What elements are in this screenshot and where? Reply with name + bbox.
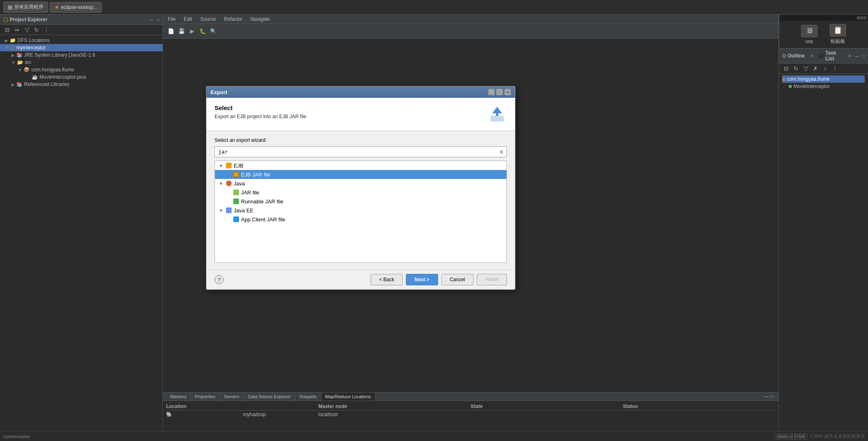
dialog-close-btn[interactable]: ✕ <box>504 89 511 95</box>
bottom-table-row[interactable]: 🐘 myhadoop localhost <box>166 410 775 419</box>
row-state <box>471 412 623 417</box>
bottom-panel-minimize[interactable]: — <box>764 394 769 399</box>
tree-item-runnable-jar[interactable]: Runnable JAR file <box>215 197 506 206</box>
dialog-cancel-btn[interactable]: Cancel <box>441 274 473 285</box>
dialog-header-section: Select Export an EJB project into an EJB… <box>206 98 515 131</box>
tree-item-src[interactable]: ▼ 📂 src <box>0 59 162 66</box>
dialog-header-desc: Export an EJB project into an EJB JAR fi… <box>215 114 306 119</box>
taskbar-eclipse[interactable]: ☀ eclipse-worksp... <box>50 2 102 13</box>
toolbar-search[interactable]: 🔍 <box>208 26 218 36</box>
outline-item-movie-interceptor[interactable]: MovieInterceptor <box>782 83 865 90</box>
grid-icon: ⊞ <box>8 4 13 11</box>
svg-rect-0 <box>491 116 504 121</box>
javaee-category-icon <box>226 207 232 214</box>
runjar-item-icon <box>233 198 239 205</box>
tree-item-ref-libs[interactable]: ▶ 📚 Referenced Libraries <box>0 81 162 88</box>
collapse-all-btn[interactable]: ⊟ <box>3 26 11 34</box>
bottom-panel-maximize[interactable]: □ <box>771 394 774 399</box>
status-project: myinterceptor <box>3 434 771 439</box>
vnc-item-clipboard[interactable]: 📋 粘贴板 <box>830 24 846 45</box>
vnc-item-vnc[interactable]: 🖥 vnc <box>801 25 818 44</box>
outline-header: ⊟ Outline ✕ ☑ Task List ✕ — □ <box>779 49 868 64</box>
outline-filter-btn[interactable]: ▽ <box>802 64 810 73</box>
class-outline-icon <box>789 85 792 88</box>
tree-item-app-client-jar[interactable]: App Client JAR file <box>215 215 506 224</box>
dialog-finish-btn[interactable]: Finish <box>477 274 507 285</box>
project-explorer-header: ⬡ Project Explorer — □ <box>0 15 162 25</box>
tree-item-myinterceptor[interactable]: ▼ ⬡ myinterceptor <box>0 44 162 51</box>
panel-maximize[interactable]: □ <box>157 18 159 22</box>
dialog-titlebar: Export _ □ ✕ <box>206 86 515 98</box>
outline-more-btn[interactable]: ⋮ <box>831 64 839 73</box>
tab-mapreduce[interactable]: Map/Reduce Locations <box>321 392 376 401</box>
menu-source[interactable]: Source <box>199 15 217 23</box>
tasklist-x: ✕ <box>848 53 852 59</box>
dialog-search-clear-btn[interactable]: ✕ <box>497 147 506 157</box>
tab-data-source[interactable]: Data Source Explorer <box>244 392 295 401</box>
menu-edit[interactable]: Edit <box>182 15 194 23</box>
tree-item-dfs-locations[interactable]: ▶ 📁 DFS Locations <box>0 37 162 44</box>
tree-item-java-file[interactable]: ☕ MovieInterceptor.java <box>0 73 162 81</box>
tree-item-jre[interactable]: ▶ 📚 JRE System Library [JavaSE-1.8 <box>0 51 162 59</box>
runjar-spacer <box>226 198 231 204</box>
vnc-area: ⊞⊞⊞ 🖥 vnc 📋 粘贴板 <box>779 15 868 49</box>
ejb-jar-spacer <box>226 172 231 177</box>
dialog-minimize-btn[interactable]: _ <box>488 89 495 95</box>
tree-category-javaee[interactable]: Java EE <box>215 206 506 215</box>
tab-snippets[interactable]: Snippets <box>295 392 321 401</box>
panel-maximize2[interactable]: □ <box>862 54 865 58</box>
col-master: Master node <box>318 404 471 409</box>
outline-item-com-hongyaa[interactable]: ⊞ com.hongyaa.flume <box>782 75 865 83</box>
tree-category-java[interactable]: Java <box>215 179 506 188</box>
ejb-category-label: EJB <box>234 163 243 169</box>
tab-properties[interactable]: Properties <box>191 392 220 401</box>
link-editor-btn[interactable]: ⇔ <box>13 26 21 34</box>
outline-panel: ⊟ Outline ✕ ☑ Task List ✕ — □ ⊟ ↻ ▽ ✗ ↕ … <box>779 49 868 441</box>
sync-btn[interactable]: ↻ <box>33 26 41 34</box>
javaee-category-label: Java EE <box>234 207 253 214</box>
bottom-tabs: Markers Properties Servers Data Source E… <box>163 392 778 401</box>
java-category-label: Java <box>234 181 245 187</box>
panel-minimize2[interactable]: — <box>855 54 859 58</box>
bottom-table: Location Master node State Status 🐘 myha… <box>163 401 778 420</box>
outline-hide-btn[interactable]: ✗ <box>811 64 820 73</box>
tree-item-ejb-jar[interactable]: EJB JAR file <box>215 170 506 179</box>
outline-collapse-btn[interactable]: ⊟ <box>782 64 790 73</box>
tab-servers[interactable]: Servers <box>220 392 244 401</box>
toolbar-debug[interactable]: 🐛 <box>198 26 208 36</box>
menu-file[interactable]: File <box>166 15 177 23</box>
toolbar-run[interactable]: ▶ <box>187 26 197 36</box>
toolbar-new[interactable]: 📄 <box>166 26 176 36</box>
outline-sort-btn[interactable]: ↕ <box>821 64 829 73</box>
panel-minimize[interactable]: — <box>149 18 153 22</box>
dialog-search-input[interactable] <box>215 147 497 157</box>
toolbar-save[interactable]: 💾 <box>177 26 186 36</box>
tree-item-jar-file[interactable]: JAR file <box>215 188 506 197</box>
outline-sync-btn[interactable]: ↻ <box>792 64 800 73</box>
tree-arrow-myinterceptor: ▼ <box>5 46 9 50</box>
dialog-restore-btn[interactable]: □ <box>496 89 503 95</box>
taskbar-all-apps[interactable]: ⊞ 所有应用程序 <box>3 2 48 13</box>
tree-arrow-src: ▼ <box>11 60 15 65</box>
menu-navigate[interactable]: Navigate <box>249 15 271 23</box>
menu-refactor[interactable]: Refactor <box>222 15 244 23</box>
dialog-header-text: Select Export an EJB project into an EJB… <box>215 104 306 119</box>
outline-icon: ⊟ <box>782 53 786 59</box>
dialog-help-btn[interactable]: ? <box>215 275 224 284</box>
eclipse-icon: ☀ <box>54 4 59 11</box>
tab-markers[interactable]: Markers <box>166 392 191 401</box>
java-category-icon <box>226 180 232 187</box>
svg-rect-2 <box>496 110 498 116</box>
status-memory[interactable]: 386M of 976M <box>774 434 807 439</box>
filter-btn[interactable]: ▽ <box>23 26 31 34</box>
dialog-next-btn[interactable]: Next > <box>406 274 438 285</box>
row-master: localhost <box>318 412 471 417</box>
more-btn[interactable]: ⋮ <box>42 26 50 34</box>
ejb-jar-item-icon <box>233 171 239 178</box>
tree-category-ejb[interactable]: EJB <box>215 161 506 170</box>
tree-item-package[interactable]: ▼ 📦 com.hongyaa.flume <box>0 66 162 73</box>
dialog-back-btn[interactable]: < Back <box>370 274 403 285</box>
tree-arrow-reflibs: ▶ <box>11 82 15 87</box>
row-location: 🐘 myhadoop <box>166 412 318 417</box>
java-expand-icon <box>218 181 224 186</box>
